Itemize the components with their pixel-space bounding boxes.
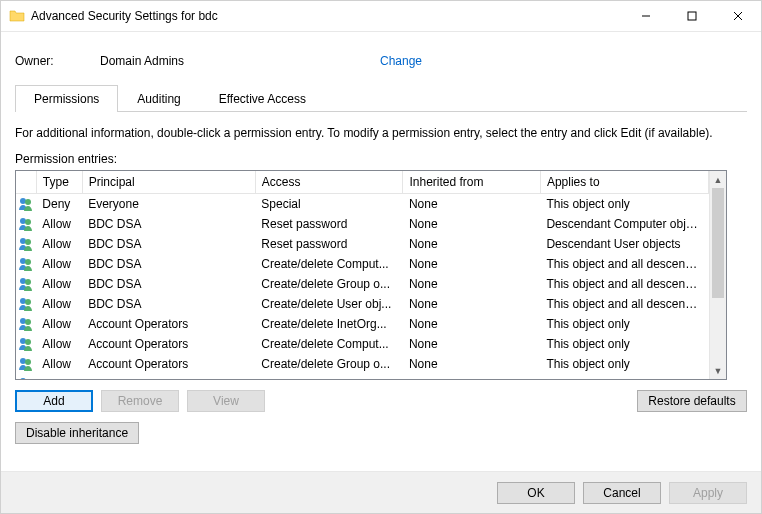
- cell-applies: This object and all descendan...: [540, 254, 708, 274]
- cell-type: Allow: [36, 214, 82, 234]
- scroll-track[interactable]: [710, 188, 726, 362]
- cell-access: Create/delete Comput...: [255, 254, 403, 274]
- footer-bar: OK Cancel Apply: [1, 471, 761, 513]
- cell-inherited: None: [403, 194, 540, 215]
- cancel-button[interactable]: Cancel: [583, 482, 661, 504]
- restore-defaults-button[interactable]: Restore defaults: [637, 390, 747, 412]
- column-header-applies[interactable]: Applies to: [540, 171, 708, 194]
- cell-inherited: None: [403, 374, 540, 379]
- vertical-scrollbar[interactable]: ▲ ▼: [709, 171, 726, 379]
- cell-applies: This object and all descendan...: [540, 294, 708, 314]
- tab-strip: Permissions Auditing Effective Access: [15, 84, 747, 112]
- svg-point-8: [20, 238, 26, 244]
- svg-point-7: [25, 219, 31, 225]
- svg-point-19: [25, 339, 31, 345]
- cell-applies: Descendant Computer objects: [540, 214, 708, 234]
- table-row[interactable]: AllowAccount OperatorsCreate/delete Comp…: [16, 334, 709, 354]
- entries-label: Permission entries:: [15, 152, 747, 166]
- view-button: View: [187, 390, 265, 412]
- content-area: Owner: Domain Admins Change Permissions …: [1, 31, 761, 471]
- cell-principal: BDC DSA: [82, 254, 255, 274]
- table-row[interactable]: AllowBDC DSACreate/delete Group o...None…: [16, 274, 709, 294]
- svg-point-10: [20, 258, 26, 264]
- svg-point-14: [20, 298, 26, 304]
- group-icon: [18, 236, 34, 252]
- column-header-inherited[interactable]: Inherited from: [403, 171, 540, 194]
- table-row[interactable]: DenyEveryoneSpecialNoneThis object only: [16, 194, 709, 215]
- minimize-button[interactable]: [623, 1, 669, 31]
- cell-principal: Everyone: [82, 194, 255, 215]
- cell-access: Create/delete User obj...: [255, 294, 403, 314]
- group-icon: [18, 296, 34, 312]
- cell-access: Create/delete InetOrg...: [255, 314, 403, 334]
- inheritance-row: Disable inheritance: [15, 422, 747, 444]
- close-button[interactable]: [715, 1, 761, 31]
- tab-effective-access[interactable]: Effective Access: [200, 85, 325, 112]
- disable-inheritance-button[interactable]: Disable inheritance: [15, 422, 139, 444]
- cell-access: Create/delete Comput...: [255, 334, 403, 354]
- cell-inherited: None: [403, 254, 540, 274]
- column-header-principal[interactable]: Principal: [82, 171, 255, 194]
- table-row[interactable]: AllowAccount OperatorsCreate/delete Grou…: [16, 354, 709, 374]
- column-header-type[interactable]: Type: [36, 171, 82, 194]
- tab-permissions[interactable]: Permissions: [15, 85, 118, 112]
- folder-icon: [9, 8, 25, 24]
- permission-grid: Type Principal Access Inherited from App…: [15, 170, 727, 380]
- svg-point-16: [20, 318, 26, 324]
- cell-principal: Account Operators: [82, 354, 255, 374]
- maximize-button[interactable]: [669, 1, 715, 31]
- svg-point-4: [20, 198, 26, 204]
- group-icon: [18, 216, 34, 232]
- group-icon: [18, 196, 34, 212]
- cell-principal: Account Operators: [82, 314, 255, 334]
- scroll-thumb[interactable]: [712, 188, 724, 298]
- cell-access: Create/delete Group o...: [255, 354, 403, 374]
- add-button[interactable]: Add: [15, 390, 93, 412]
- column-header-access[interactable]: Access: [255, 171, 403, 194]
- cell-access: Create/delete Group o...: [255, 274, 403, 294]
- svg-point-21: [25, 359, 31, 365]
- cell-type: Allow: [36, 254, 82, 274]
- cell-applies: This object only: [540, 334, 708, 354]
- group-icon: [18, 276, 34, 292]
- window-title: Advanced Security Settings for bdc: [31, 9, 623, 23]
- table-row[interactable]: AllowAccount OperatorsCreate/delete Inet…: [16, 314, 709, 334]
- cell-inherited: None: [403, 274, 540, 294]
- column-header-icon[interactable]: [16, 171, 36, 194]
- table-row[interactable]: AllowBDC DSAReset passwordNoneDescendant…: [16, 234, 709, 254]
- column-header-row: Type Principal Access Inherited from App…: [16, 171, 709, 194]
- group-icon: [18, 356, 34, 372]
- cell-inherited: None: [403, 354, 540, 374]
- table-row[interactable]: AllowPrint OperatorsCreate/delete Printe…: [16, 374, 709, 379]
- cell-principal: Print Operators: [82, 374, 255, 379]
- svg-point-11: [25, 259, 31, 265]
- cell-applies: This object only: [540, 194, 708, 215]
- owner-row: Owner: Domain Admins Change: [15, 44, 747, 84]
- info-text: For additional information, double-click…: [15, 126, 747, 140]
- svg-point-9: [25, 239, 31, 245]
- cell-type: Allow: [36, 234, 82, 254]
- svg-point-5: [25, 199, 31, 205]
- scroll-down-icon[interactable]: ▼: [710, 362, 726, 379]
- cell-applies: This object only: [540, 314, 708, 334]
- cell-access: Special: [255, 194, 403, 215]
- tab-auditing[interactable]: Auditing: [118, 85, 199, 112]
- change-owner-link[interactable]: Change: [380, 54, 422, 68]
- cell-applies: This object only: [540, 374, 708, 379]
- cell-principal: BDC DSA: [82, 294, 255, 314]
- table-row[interactable]: AllowBDC DSACreate/delete User obj...Non…: [16, 294, 709, 314]
- cell-type: Allow: [36, 294, 82, 314]
- cell-access: Reset password: [255, 234, 403, 254]
- cell-type: Allow: [36, 314, 82, 334]
- table-row[interactable]: AllowBDC DSAReset passwordNoneDescendant…: [16, 214, 709, 234]
- cell-type: Allow: [36, 334, 82, 354]
- cell-principal: BDC DSA: [82, 234, 255, 254]
- table-row[interactable]: AllowBDC DSACreate/delete Comput...NoneT…: [16, 254, 709, 274]
- ok-button[interactable]: OK: [497, 482, 575, 504]
- cell-inherited: None: [403, 334, 540, 354]
- cell-applies: This object only: [540, 354, 708, 374]
- scroll-up-icon[interactable]: ▲: [710, 171, 726, 188]
- group-icon: [18, 336, 34, 352]
- svg-point-13: [25, 279, 31, 285]
- cell-applies: Descendant User objects: [540, 234, 708, 254]
